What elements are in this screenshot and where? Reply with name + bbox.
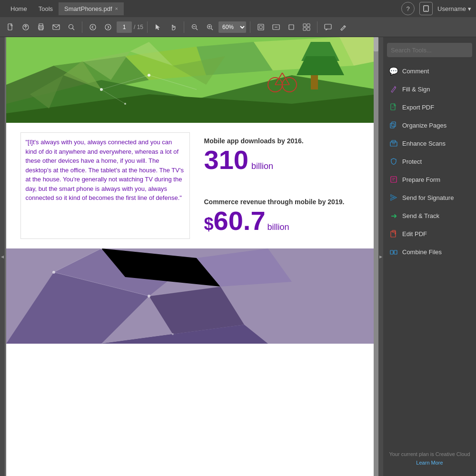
tool-export-pdf-label: Export PDF <box>402 104 434 111</box>
svg-rect-21 <box>258 24 264 30</box>
svg-rect-2 <box>8 24 12 30</box>
tool-organize-pages-label: Organize Pages <box>402 122 446 129</box>
tool-send-signature[interactable]: Send for Signature <box>383 188 476 207</box>
svg-rect-25 <box>289 25 294 30</box>
tool-enhance-scans[interactable]: Enhance Scans <box>383 134 476 152</box>
sep4 <box>250 21 250 33</box>
svg-rect-22 <box>259 26 262 29</box>
svg-point-59 <box>124 103 126 105</box>
svg-rect-26 <box>303 24 306 27</box>
main-area: ◀ <box>0 37 476 476</box>
scroll-bar[interactable] <box>374 37 378 476</box>
upload-btn[interactable] <box>19 20 32 34</box>
left-panel-toggle[interactable]: ◀ <box>0 37 5 476</box>
comment-icon: 💬 <box>389 66 398 76</box>
pdf-page: "[I]t's always with you, always connecte… <box>6 37 377 476</box>
rotate-btn[interactable] <box>285 20 298 34</box>
stat2-label: Commerce revenue through mobile by 2019. <box>204 198 363 206</box>
home-menu[interactable]: Home <box>5 2 33 15</box>
device-icon[interactable] <box>419 2 433 15</box>
tool-comment[interactable]: 💬 Comment <box>383 62 476 80</box>
tab-close-btn[interactable]: × <box>115 6 118 11</box>
learn-more-link[interactable]: Learn More <box>416 460 443 466</box>
pencil-toolbar-btn[interactable] <box>337 20 350 34</box>
email-btn[interactable] <box>50 20 63 34</box>
search-tools-input[interactable] <box>387 43 472 57</box>
zoom-select[interactable]: 60%75%100%125%150% <box>218 21 246 33</box>
tool-export-pdf[interactable]: Export PDF <box>383 98 476 116</box>
tool-prepare-form[interactable]: Prepare Form <box>383 170 476 188</box>
right-panel-toggle[interactable]: ▶ <box>378 37 383 476</box>
print-btn[interactable] <box>34 20 48 34</box>
enhance-scans-icon <box>389 139 398 148</box>
tool-combine-files[interactable]: Combine Files <box>383 243 476 261</box>
svg-rect-30 <box>325 24 331 29</box>
svg-rect-29 <box>307 28 310 30</box>
sep3 <box>184 21 184 33</box>
stats-section: Mobile app downloads by 2016. 310 billio… <box>204 132 363 239</box>
tool-send-track-label: Send & Track <box>402 212 439 219</box>
prepare-form-icon <box>389 175 398 184</box>
zoom-out-btn[interactable] <box>188 20 201 34</box>
tab-label: SmartPhones.pdf <box>64 5 112 12</box>
fill-sign-icon <box>389 84 398 94</box>
thumbnail-btn[interactable] <box>300 20 313 34</box>
tool-send-track[interactable]: ➜ Send & Track <box>383 207 476 225</box>
next-page-btn[interactable] <box>101 20 115 34</box>
stat2-unit: billion <box>268 222 289 232</box>
tool-fill-sign[interactable]: Fill & Sign <box>383 80 476 98</box>
sep5 <box>317 21 317 33</box>
svg-rect-83 <box>391 177 397 182</box>
fit-width-btn[interactable] <box>269 20 283 34</box>
svg-line-18 <box>211 28 213 30</box>
prev-page-btn[interactable] <box>86 20 99 34</box>
pdf-header-image <box>6 37 377 123</box>
svg-marker-12 <box>156 24 160 30</box>
tool-combine-files-label: Combine Files <box>402 248 442 256</box>
organize-pages-icon <box>389 120 398 130</box>
pdf-viewer: "[I]t's always with you, always connecte… <box>5 37 378 476</box>
tool-edit-pdf[interactable]: Edit PDF <box>383 225 476 243</box>
svg-point-71 <box>52 271 55 274</box>
svg-point-72 <box>148 295 150 298</box>
svg-rect-28 <box>303 28 306 30</box>
svg-rect-88 <box>390 250 393 254</box>
tool-protect[interactable]: Protect <box>383 152 476 170</box>
stat1-unit: billion <box>251 161 273 171</box>
toolbar: / 15 60%75%100%125%150% <box>0 17 476 37</box>
svg-line-9 <box>73 28 75 30</box>
username-label: Username <box>437 5 466 12</box>
tool-comment-label: Comment <box>402 68 429 75</box>
page-input[interactable] <box>117 21 132 33</box>
tool-prepare-form-label: Prepare Form <box>402 176 440 183</box>
svg-rect-78 <box>390 123 394 128</box>
tool-organize-pages[interactable]: Organize Pages <box>383 116 476 134</box>
scroll-thumb[interactable] <box>374 37 378 51</box>
send-track-icon: ➜ <box>389 211 398 220</box>
username-btn[interactable]: Username ▾ <box>437 5 471 12</box>
tools-menu[interactable]: Tools <box>33 2 59 15</box>
svg-point-10 <box>90 24 96 30</box>
export-pdf-icon <box>389 102 398 112</box>
fit-page-btn[interactable] <box>254 20 268 34</box>
sidebar-footer: Your current plan is Creative Cloud Lear… <box>383 445 476 472</box>
right-sidebar: 💬 Comment Fill & Sign Export PDF Organiz… <box>383 37 476 476</box>
hand-tool-btn[interactable] <box>167 20 180 34</box>
stat1-number: 310 <box>204 147 248 173</box>
pdf-tab[interactable]: SmartPhones.pdf × <box>59 2 124 15</box>
search-btn[interactable] <box>65 20 78 34</box>
new-file-btn[interactable] <box>4 20 17 34</box>
comment-toolbar-btn[interactable] <box>321 20 335 34</box>
select-tool-btn[interactable] <box>151 20 165 34</box>
edit-pdf-icon <box>389 229 398 238</box>
svg-point-11 <box>105 24 111 30</box>
svg-point-74 <box>172 333 174 335</box>
tool-protect-label: Protect <box>402 158 422 165</box>
pdf-content: "[I]t's always with you, always connecte… <box>6 123 377 248</box>
zoom-in-btn[interactable] <box>203 20 217 34</box>
page-nav: / 15 <box>117 21 143 33</box>
sep1 <box>82 21 82 33</box>
svg-rect-89 <box>394 250 397 254</box>
help-icon[interactable]: ? <box>401 2 415 15</box>
svg-point-58 <box>148 74 150 77</box>
